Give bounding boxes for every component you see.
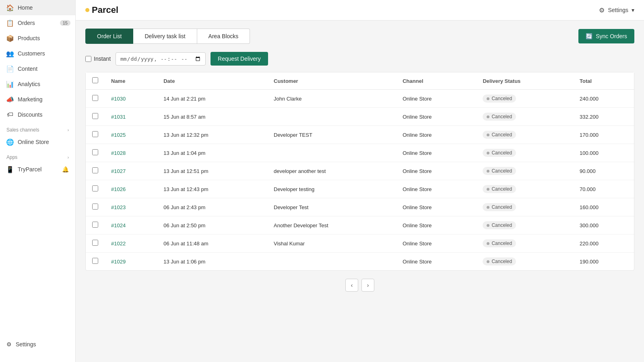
order-link-7[interactable]: #1024 — [111, 222, 126, 228]
row-checkbox-6[interactable] — [92, 204, 98, 210]
instant-checkbox[interactable] — [85, 56, 91, 62]
status-badge: Canceled — [483, 239, 516, 247]
row-checkbox-8[interactable] — [92, 240, 98, 246]
pagination-next[interactable]: › — [361, 279, 374, 292]
sidebar-item-home[interactable]: 🏠 Home — [0, 0, 75, 15]
sync-icon: 🔄 — [586, 33, 592, 39]
sidebar-item-orders[interactable]: 📋 Orders 15 — [0, 15, 75, 31]
settings-menu[interactable]: ⚙ Settings ▾ — [599, 6, 634, 14]
header: Parcel ⚙ Settings ▾ — [76, 0, 644, 21]
sidebar-item-marketing[interactable]: 📣 Marketing — [0, 92, 75, 107]
order-link-6[interactable]: #1023 — [111, 204, 126, 210]
row-checkbox-cell — [86, 108, 105, 126]
sync-orders-label: Sync Orders — [596, 33, 627, 39]
row-total: 300.000 — [573, 216, 634, 234]
sidebar-item-online-store[interactable]: 🌐 Online Store — [0, 134, 75, 150]
sidebar-bottom-settings[interactable]: ⚙ Settings — [6, 338, 69, 351]
row-delivery-status: Canceled — [476, 253, 573, 271]
row-checkbox-5[interactable] — [92, 185, 98, 191]
date-input[interactable] — [116, 52, 206, 66]
sidebar-bottom-settings-label: Settings — [16, 341, 36, 348]
row-order-id: #1026 — [105, 180, 157, 198]
products-icon: 📦 — [6, 35, 14, 42]
sidebar-item-products-label: Products — [18, 35, 40, 41]
status-badge: Canceled — [483, 257, 516, 265]
row-date: 14 Jun at 2:21 pm — [157, 90, 267, 108]
instant-checkbox-label[interactable]: Instant — [85, 56, 111, 62]
row-checkbox-3[interactable] — [92, 149, 98, 155]
logo-dot — [85, 8, 89, 12]
order-link-2[interactable]: #1025 — [111, 132, 126, 138]
order-link-9[interactable]: #1029 — [111, 259, 126, 265]
row-delivery-status: Canceled — [476, 180, 573, 198]
sales-channels-label: Sales channels — [6, 127, 39, 133]
row-channel: Online Store — [396, 144, 476, 162]
sidebar-item-tryparcel[interactable]: 📱 TryParcel 🔔 — [0, 162, 75, 177]
row-checkbox-cell — [86, 216, 105, 234]
online-store-label: Online Store — [18, 139, 49, 145]
pagination-prev[interactable]: ‹ — [345, 279, 358, 292]
status-dot — [487, 170, 489, 173]
tryparcel-settings-icon: 🔔 — [62, 166, 69, 173]
table-row: #1028 13 Jun at 1:04 pm Online Store Can… — [86, 144, 634, 162]
row-customer: Developer testing — [267, 180, 396, 198]
row-channel: Online Store — [396, 198, 476, 216]
select-all-checkbox[interactable] — [92, 77, 98, 83]
sidebar-item-products[interactable]: 📦 Products — [0, 31, 75, 46]
row-checkbox-4[interactable] — [92, 167, 98, 173]
orders-badge: 15 — [60, 20, 70, 26]
order-link-1[interactable]: #1031 — [111, 114, 126, 120]
row-checkbox-0[interactable] — [92, 95, 98, 101]
table-row: #1027 13 Jun at 12:51 pm developer anoth… — [86, 162, 634, 180]
order-link-8[interactable]: #1022 — [111, 241, 126, 247]
row-total: 90.000 — [573, 162, 634, 180]
order-link-5[interactable]: #1026 — [111, 186, 126, 192]
row-checkbox-9[interactable] — [92, 258, 98, 264]
row-customer — [267, 144, 396, 162]
col-channel: Channel — [396, 72, 476, 90]
status-badge: Canceled — [483, 185, 516, 193]
row-date: 13 Jun at 1:06 pm — [157, 253, 267, 271]
row-delivery-status: Canceled — [476, 234, 573, 253]
row-checkbox-cell — [86, 198, 105, 216]
sidebar-item-content[interactable]: 📄 Content — [0, 61, 75, 76]
row-checkbox-cell — [86, 234, 105, 253]
row-channel: Online Store — [396, 162, 476, 180]
sync-orders-button[interactable]: 🔄 Sync Orders — [578, 29, 634, 43]
settings-dropdown-arrow: ▾ — [632, 7, 634, 13]
row-checkbox-2[interactable] — [92, 131, 98, 137]
table-row: #1023 06 Jun at 2:43 pm Developer Test O… — [86, 198, 634, 216]
tab-area-blocks[interactable]: Area Blocks — [197, 29, 250, 44]
tabs: Order List Delivery task list Area Block… — [85, 29, 250, 44]
table-row: #1022 06 Jun at 11:48 am Vishal Kumar On… — [86, 234, 634, 253]
row-total: 190.000 — [573, 253, 634, 271]
status-dot — [487, 152, 489, 154]
row-total: 332.200 — [573, 108, 634, 126]
row-order-id: #1027 — [105, 162, 157, 180]
row-customer: Vishal Kumar — [267, 234, 396, 253]
sidebar-item-discounts[interactable]: 🏷 Discounts — [0, 107, 75, 122]
sidebar-item-discounts-label: Discounts — [18, 111, 42, 118]
row-order-id: #1031 — [105, 108, 157, 126]
tab-order-list[interactable]: Order List — [85, 29, 133, 44]
table-row: #1029 13 Jun at 1:06 pm Online Store Can… — [86, 253, 634, 271]
tab-delivery-task-list[interactable]: Delivery task list — [133, 29, 197, 44]
analytics-icon: 📊 — [6, 80, 14, 88]
order-link-3[interactable]: #1028 — [111, 150, 126, 156]
status-badge: Canceled — [483, 221, 516, 229]
row-date: 06 Jun at 2:50 pm — [157, 216, 267, 234]
status-badge: Canceled — [483, 149, 516, 157]
row-checkbox-1[interactable] — [92, 113, 98, 119]
sidebar-item-customers[interactable]: 👥 Customers — [0, 46, 75, 61]
table-row: #1030 14 Jun at 2:21 pm John Clarke Onli… — [86, 90, 634, 108]
order-link-0[interactable]: #1030 — [111, 96, 126, 102]
table-body: #1030 14 Jun at 2:21 pm John Clarke Onli… — [86, 90, 634, 271]
request-delivery-button[interactable]: Request Delivery — [211, 52, 268, 66]
row-checkbox-7[interactable] — [92, 222, 98, 228]
row-checkbox-cell — [86, 162, 105, 180]
sidebar-item-analytics[interactable]: 📊 Analytics — [0, 76, 75, 92]
order-link-4[interactable]: #1027 — [111, 168, 126, 174]
row-channel: Online Store — [396, 253, 476, 271]
row-order-id: #1029 — [105, 253, 157, 271]
col-delivery-status: Delivery Status — [476, 72, 573, 90]
